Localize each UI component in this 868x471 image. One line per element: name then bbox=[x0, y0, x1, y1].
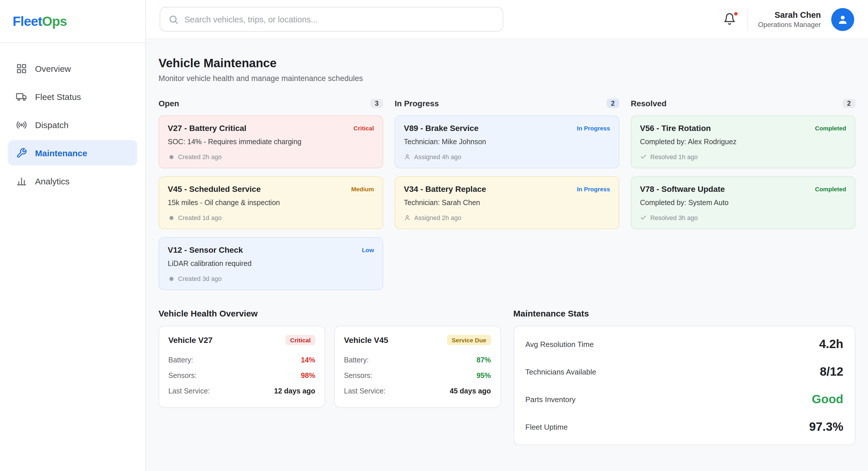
page-content: Vehicle Maintenance Monitor vehicle heal… bbox=[146, 39, 868, 471]
health-row-value: 95% bbox=[476, 371, 491, 379]
maintenance-card[interactable]: V89 - Brake Service In Progress Technici… bbox=[395, 116, 619, 168]
card-list: V27 - Battery Critical Critical SOC: 14%… bbox=[159, 116, 383, 290]
health-row-value: 87% bbox=[476, 356, 491, 364]
dot-icon bbox=[168, 275, 175, 282]
card-badge: In Progress bbox=[577, 184, 610, 192]
card-meta-text: Created 2h ago bbox=[178, 153, 222, 160]
user-avatar[interactable] bbox=[831, 8, 854, 31]
card-description: Completed by: System Auto bbox=[640, 199, 846, 207]
maintenance-card[interactable]: V45 - Scheduled Service Medium 15k miles… bbox=[159, 176, 383, 229]
card-meta-text: Assigned 2h ago bbox=[414, 214, 461, 221]
stats-section-title: Maintenance Stats bbox=[513, 309, 855, 318]
search-input[interactable] bbox=[184, 14, 495, 24]
kanban-board: Open 3 V27 - Battery Critical Critical S… bbox=[159, 99, 855, 290]
card-meta-text: Assigned 4h ago bbox=[414, 153, 461, 160]
brand-name-part2: Ops bbox=[42, 13, 67, 28]
app-root: FleetOps Overview Fleet Status Dispatch … bbox=[0, 0, 868, 471]
card-title: V34 - Battery Replace bbox=[404, 184, 486, 194]
card-description: Technician: Sarah Chen bbox=[404, 199, 610, 207]
user-name: Sarah Chen bbox=[758, 10, 821, 19]
kanban-column: In Progress 2 V89 - Brake Service In Pro… bbox=[395, 99, 619, 290]
maintenance-card[interactable]: V34 - Battery Replace In Progress Techni… bbox=[395, 176, 619, 229]
card-title: V78 - Software Update bbox=[640, 184, 725, 194]
logo-area: FleetOps bbox=[0, 0, 145, 43]
card-top: V78 - Software Update Completed bbox=[640, 184, 846, 194]
card-badge: Completed bbox=[815, 124, 846, 131]
notifications-bell-icon[interactable] bbox=[723, 12, 737, 26]
health-row: Sensors: 98% bbox=[168, 368, 315, 383]
vehicle-status-badge: Critical bbox=[285, 335, 315, 345]
card-meta-text: Created 1d ago bbox=[178, 214, 222, 221]
sidebar-nav: Overview Fleet Status Dispatch Maintenan… bbox=[0, 43, 145, 206]
card-title: V12 - Sensor Check bbox=[168, 245, 243, 254]
stat-label: Fleet Uptime bbox=[525, 422, 567, 431]
bar-chart-icon bbox=[16, 176, 27, 186]
stat-row: Fleet Uptime 97.3% bbox=[525, 413, 843, 441]
card-meta: Assigned 2h ago bbox=[404, 214, 610, 221]
card-description: Technician: Mike Johnson bbox=[404, 138, 610, 146]
health-row-label: Battery: bbox=[344, 356, 369, 364]
column-count-badge: 2 bbox=[606, 99, 619, 108]
health-rows: Battery: 87% Sensors: 95% Last Service: … bbox=[344, 352, 491, 399]
column-count-badge: 3 bbox=[370, 99, 383, 108]
card-meta-text: Resolved 3h ago bbox=[650, 214, 698, 221]
health-row: Battery: 14% bbox=[168, 352, 315, 368]
sidebar-item-label: Analytics bbox=[35, 176, 69, 186]
card-meta: Resolved 1h ago bbox=[640, 153, 846, 160]
main-area: Sarah Chen Operations Manager Vehicle Ma… bbox=[146, 0, 868, 471]
sidebar-item-overview[interactable]: Overview bbox=[8, 56, 137, 81]
card-badge: Completed bbox=[815, 184, 846, 192]
check-icon bbox=[640, 153, 647, 160]
maintenance-card[interactable]: V12 - Sensor Check Low LiDAR calibration… bbox=[159, 237, 383, 290]
stat-value: Good bbox=[812, 392, 843, 406]
stat-label: Parts Inventory bbox=[525, 395, 576, 404]
sidebar-item-label: Maintenance bbox=[35, 148, 87, 158]
sidebar-item-maintenance[interactable]: Maintenance bbox=[8, 140, 137, 165]
card-meta: Created 2h ago bbox=[168, 153, 374, 160]
vehicle-health-card: Vehicle V45 Service Due Battery: 87% Sen… bbox=[334, 326, 501, 408]
page-subtitle: Monitor vehicle health and manage mainte… bbox=[159, 74, 855, 83]
bottom-panels: Vehicle Health Overview Vehicle V27 Crit… bbox=[159, 309, 855, 445]
sidebar-item-label: Dispatch bbox=[35, 120, 69, 129]
top-header: Sarah Chen Operations Manager bbox=[146, 0, 868, 39]
stat-row: Parts Inventory Good bbox=[525, 385, 843, 413]
user-role: Operations Manager bbox=[758, 21, 821, 28]
truck-icon bbox=[16, 91, 27, 102]
person-icon bbox=[404, 214, 411, 221]
health-row: Last Service: 12 days ago bbox=[168, 383, 315, 399]
card-meta: Resolved 3h ago bbox=[640, 214, 846, 221]
stat-value: 4.2h bbox=[819, 337, 843, 351]
maintenance-card[interactable]: V56 - Tire Rotation Completed Completed … bbox=[631, 116, 855, 168]
column-title: In Progress bbox=[395, 99, 439, 108]
maintenance-card[interactable]: V78 - Software Update Completed Complete… bbox=[631, 176, 855, 229]
vehicle-health-card: Vehicle V27 Critical Battery: 14% Sensor… bbox=[159, 326, 325, 408]
card-top: V89 - Brake Service In Progress bbox=[404, 124, 610, 133]
brand-name-part1: Fleet bbox=[13, 13, 42, 28]
sidebar-item-fleet-status[interactable]: Fleet Status bbox=[8, 84, 137, 109]
search-box[interactable] bbox=[160, 7, 503, 32]
header-divider bbox=[747, 8, 748, 30]
column-count-badge: 2 bbox=[842, 99, 855, 108]
maintenance-card[interactable]: V27 - Battery Critical Critical SOC: 14%… bbox=[159, 116, 383, 168]
card-list: V56 - Tire Rotation Completed Completed … bbox=[631, 116, 855, 229]
card-title: V89 - Brake Service bbox=[404, 124, 478, 133]
health-card-top: Vehicle V27 Critical bbox=[168, 335, 315, 345]
card-description: LiDAR calibration required bbox=[168, 260, 374, 268]
health-row: Last Service: 45 days ago bbox=[344, 383, 491, 399]
health-row-value: 98% bbox=[301, 371, 315, 379]
sidebar-item-dispatch[interactable]: Dispatch bbox=[8, 112, 137, 137]
column-header: Open 3 bbox=[159, 99, 383, 108]
card-meta-text: Created 3d ago bbox=[178, 275, 222, 282]
card-badge: Critical bbox=[353, 124, 374, 131]
sidebar-item-analytics[interactable]: Analytics bbox=[8, 168, 137, 194]
health-rows: Battery: 14% Sensors: 98% Last Service: … bbox=[168, 352, 315, 399]
card-title: V56 - Tire Rotation bbox=[640, 124, 711, 133]
health-section-title: Vehicle Health Overview bbox=[159, 309, 501, 318]
card-description: SOC: 14% - Requires immediate charging bbox=[168, 138, 374, 146]
column-header: Resolved 2 bbox=[631, 99, 855, 108]
stat-value: 97.3% bbox=[809, 420, 843, 434]
health-row-value: 12 days ago bbox=[274, 387, 315, 395]
health-row-value: 45 days ago bbox=[450, 387, 491, 395]
column-title: Resolved bbox=[631, 99, 666, 108]
card-title: V45 - Scheduled Service bbox=[168, 184, 261, 194]
